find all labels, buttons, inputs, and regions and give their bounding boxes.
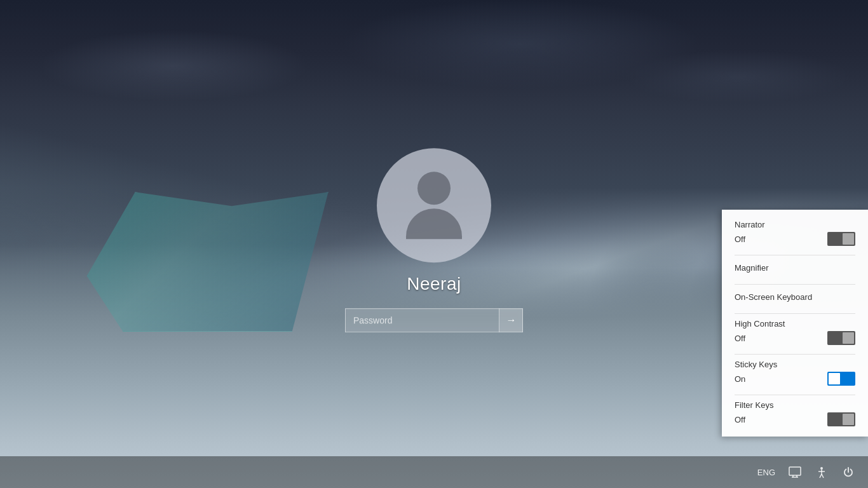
bottom-bar: ENG: [0, 456, 868, 488]
toggle-thumb-narrator: [843, 233, 854, 245]
accessibility-panel: Narrator Off Magnifier On-Screen Keyboar…: [722, 210, 868, 437]
password-container: →: [345, 308, 523, 332]
arrow-icon: →: [506, 315, 517, 326]
power-icon[interactable]: [841, 465, 855, 479]
toggle-narrator[interactable]: [827, 232, 855, 246]
svg-point-4: [820, 467, 823, 470]
toggle-sticky-keys[interactable]: [827, 372, 855, 386]
screen-icon[interactable]: [788, 465, 802, 479]
toggle-filter-keys[interactable]: [827, 412, 855, 426]
access-label-narrator: Narrator: [735, 220, 855, 229]
access-item-magnifier[interactable]: Magnifier: [735, 261, 855, 275]
toggle-thumb-sticky-keys: [829, 373, 840, 384]
svg-line-8: [822, 474, 824, 478]
access-item-narrator[interactable]: Narrator Off: [735, 220, 855, 246]
access-label-high-contrast: High Contrast: [735, 319, 855, 329]
avatar-body: [406, 208, 462, 239]
divider-4: [735, 395, 855, 395]
divider-3: [735, 354, 855, 355]
accessibility-icon[interactable]: [815, 465, 829, 479]
access-item-sticky-keys[interactable]: Sticky Keys On: [735, 360, 855, 386]
access-status-high-contrast: Off: [735, 334, 745, 343]
password-input[interactable]: [345, 308, 523, 332]
glass-building: [87, 192, 329, 332]
access-item-on-screen-keyboard[interactable]: On-Screen Keyboard: [735, 290, 855, 304]
svg-line-7: [820, 474, 822, 478]
access-item-high-contrast[interactable]: High Contrast Off: [735, 319, 855, 345]
access-label-sticky-keys: Sticky Keys: [735, 360, 855, 369]
login-container: Neeraj →: [345, 148, 523, 332]
toggle-high-contrast[interactable]: [827, 331, 855, 345]
divider-1: [735, 284, 855, 285]
avatar-icon: [406, 172, 462, 239]
access-item-filter-keys[interactable]: Filter Keys Off: [735, 400, 855, 426]
access-toggle-row-filter-keys: Off: [735, 412, 855, 426]
username-label: Neeraj: [407, 274, 461, 294]
avatar-head: [417, 172, 451, 205]
access-status-sticky-keys: On: [735, 374, 745, 384]
svg-rect-0: [789, 467, 801, 475]
access-toggle-row-high-contrast: Off: [735, 331, 855, 345]
language-indicator[interactable]: ENG: [757, 468, 775, 477]
divider-2: [735, 313, 855, 314]
access-status-filter-keys: Off: [735, 415, 745, 424]
access-label-magnifier[interactable]: Magnifier: [735, 261, 855, 275]
access-label-filter-keys: Filter Keys: [735, 400, 855, 410]
password-submit-button[interactable]: →: [499, 308, 523, 332]
avatar: [377, 148, 491, 262]
divider-0: [735, 255, 855, 255]
access-label-on-screen-keyboard[interactable]: On-Screen Keyboard: [735, 290, 855, 304]
access-status-narrator: Off: [735, 234, 745, 244]
toggle-thumb-filter-keys: [843, 414, 854, 425]
toggle-thumb-high-contrast: [843, 332, 854, 344]
access-toggle-row-sticky-keys: On: [735, 372, 855, 386]
access-toggle-row-narrator: Off: [735, 232, 855, 246]
